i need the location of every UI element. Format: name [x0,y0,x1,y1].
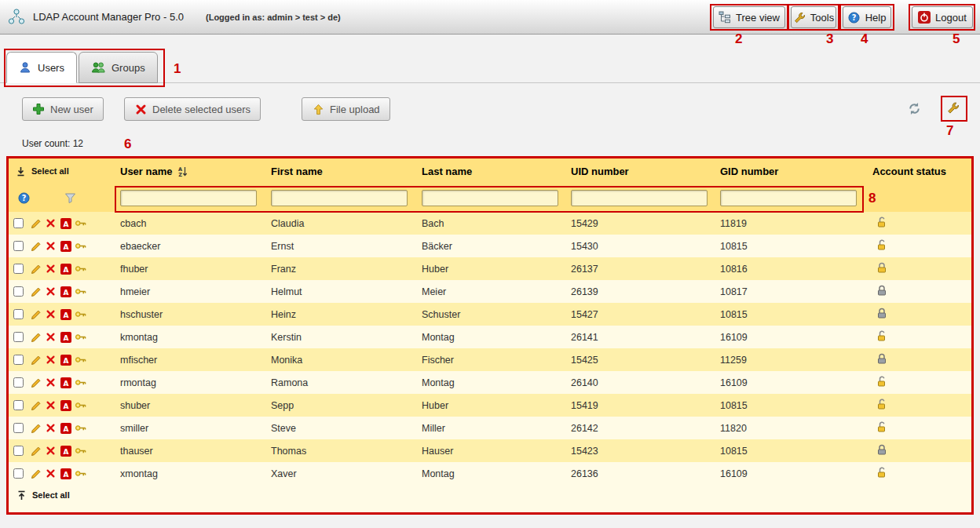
select-all-top[interactable]: Select all [9,166,120,177]
svg-text:?: ? [852,13,857,22]
sort-az-icon[interactable]: AZ [177,166,188,177]
row-checkbox[interactable] [13,332,24,342]
pdf-export-icon[interactable]: A [60,468,71,479]
username-cell: xmontag [120,462,271,485]
row-checkbox[interactable] [13,355,24,365]
password-key-icon[interactable] [75,468,86,479]
row-checkbox[interactable] [13,400,24,410]
edit-pencil-icon[interactable] [30,263,42,275]
svg-text:?: ? [22,194,27,202]
edit-pencil-icon[interactable] [30,217,42,229]
edit-pencil-icon[interactable] [30,308,42,320]
firstname-cell: Claudia [271,212,422,235]
password-key-icon[interactable] [75,286,86,297]
firstname-cell: Heinz [271,303,422,326]
account-status-expired-icon [876,444,887,456]
delete-row-icon[interactable] [45,331,57,343]
password-key-icon[interactable] [75,445,86,457]
password-key-icon[interactable] [75,354,86,366]
edit-pencil-icon[interactable] [30,468,42,479]
filter-lastname-input[interactable] [422,190,558,206]
gid-cell: 16109 [720,326,872,348]
row-checkbox[interactable] [13,218,24,228]
password-key-icon[interactable] [75,263,86,275]
delete-row-icon[interactable] [45,377,57,388]
filter-gid-input[interactable] [720,190,857,206]
file-upload-button[interactable]: File upload [302,97,390,121]
delete-row-icon[interactable] [45,354,57,366]
edit-pencil-icon[interactable] [30,354,42,366]
filter-username-input[interactable] [120,190,257,206]
pdf-export-icon[interactable]: A [60,286,71,297]
edit-pencil-icon[interactable] [30,331,42,343]
refresh-icon[interactable] [907,101,923,117]
pdf-export-icon[interactable]: A [60,445,71,457]
delete-row-icon[interactable] [45,263,57,275]
pdf-export-icon[interactable]: A [60,331,71,343]
firstname-cell: Ramona [271,371,422,394]
pdf-export-icon[interactable]: A [60,240,71,252]
delete-row-icon[interactable] [45,399,57,411]
select-all-bottom[interactable]: Select all [9,490,971,501]
password-key-icon[interactable] [75,240,86,252]
password-key-icon[interactable] [75,377,86,388]
password-key-icon[interactable] [75,217,86,229]
pdf-export-icon[interactable]: A [60,217,71,229]
delete-row-icon[interactable] [45,217,57,229]
row-checkbox[interactable] [13,377,24,388]
row-checkbox[interactable] [13,446,24,456]
filter-help-icon[interactable]: ? [18,192,30,204]
delete-row-icon[interactable] [45,422,57,434]
pdf-export-icon[interactable]: A [60,422,71,434]
row-checkbox[interactable] [13,309,24,319]
username-cell: fhuber [120,257,271,280]
pdf-export-icon[interactable]: A [60,399,71,411]
tab-groups[interactable]: Groups [79,52,158,83]
password-key-icon[interactable] [75,331,86,343]
new-user-button[interactable]: New user [22,97,104,121]
edit-pencil-icon[interactable] [30,445,42,457]
svg-text:A: A [63,333,68,341]
password-key-icon[interactable] [75,399,86,411]
svg-text:A: A [63,356,68,364]
delete-row-icon[interactable] [45,468,57,479]
tab-users[interactable]: Users [6,52,77,83]
row-checkbox[interactable] [13,423,24,433]
delete-row-icon[interactable] [45,286,57,297]
delete-row-icon[interactable] [45,445,57,457]
tools-button[interactable]: Tools [791,6,836,28]
row-checkbox[interactable] [13,241,24,251]
delete-selected-users-button[interactable]: Delete selected users [124,97,261,121]
filter-firstname-input[interactable] [271,190,408,206]
pdf-export-icon[interactable]: A [60,377,71,388]
edit-pencil-icon[interactable] [30,399,42,411]
table-row: A fhuber Franz Huber 26137 10816 [9,257,971,280]
row-checkbox[interactable] [13,286,24,297]
uid-cell: 15423 [571,439,720,462]
login-info: (Logged in as: admin > test > de) [206,13,341,22]
row-checkbox[interactable] [13,468,24,479]
username-cell: kmontag [120,326,271,348]
pdf-export-icon[interactable]: A [60,354,71,366]
delete-row-icon[interactable] [45,240,57,252]
username-cell: hmeier [120,280,271,303]
edit-pencil-icon[interactable] [30,286,42,297]
edit-pencil-icon[interactable] [30,377,42,388]
delete-row-icon[interactable] [45,308,57,320]
row-checkbox[interactable] [13,264,24,274]
password-key-icon[interactable] [75,422,86,434]
pdf-export-icon[interactable]: A [60,263,71,275]
help-button[interactable]: ? Help [843,6,891,28]
filter-uid-input[interactable] [571,190,708,206]
lastname-cell: Montag [422,462,571,485]
uid-cell: 15419 [571,394,720,417]
uid-cell: 26136 [571,462,720,485]
edit-pencil-icon[interactable] [30,422,42,434]
pdf-export-icon[interactable]: A [60,308,71,320]
settings-wrench-icon[interactable] [946,101,962,117]
tree-view-button[interactable]: Tree view [713,6,785,28]
password-key-icon[interactable] [75,308,86,320]
filter-funnel-icon[interactable] [64,192,76,204]
logout-button[interactable]: Logout [912,6,973,28]
edit-pencil-icon[interactable] [30,240,42,252]
